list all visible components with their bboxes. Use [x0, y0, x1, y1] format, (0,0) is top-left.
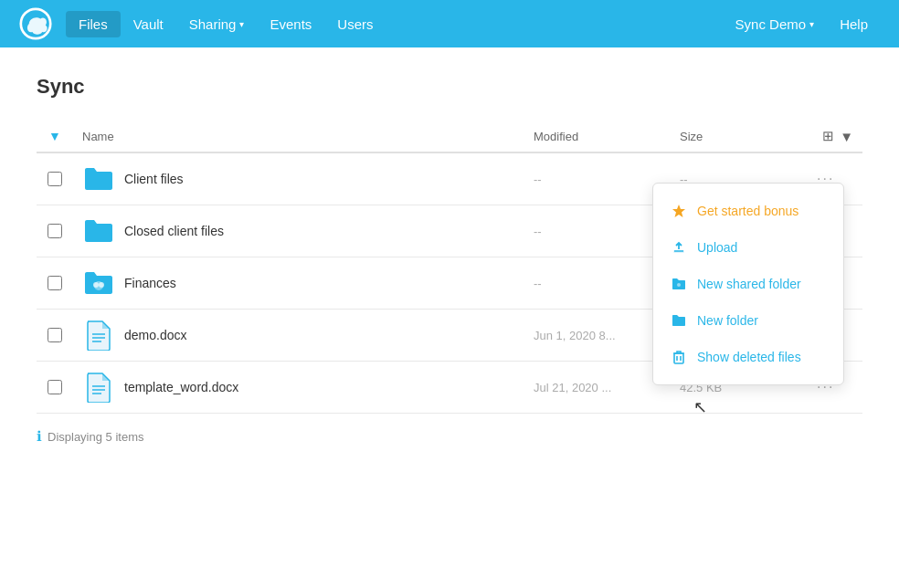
file-name-text: Finances: [124, 276, 176, 290]
status-bar: ℹ Displaying 5 items: [37, 428, 862, 445]
new-folder-icon: [670, 311, 688, 330]
row-checkbox-cell: [37, 362, 73, 414]
row-checkbox-cell: [37, 310, 73, 362]
filter-icon[interactable]: ▼: [840, 129, 853, 144]
row-checkbox-cell: [37, 257, 73, 310]
shared-folder-icon: [82, 267, 115, 299]
row-name-cell: Closed client files: [73, 205, 524, 257]
file-name-text: template_word.docx: [124, 380, 238, 394]
dropdown-item-trash-icon[interactable]: Show deleted files: [653, 339, 843, 375]
page-title: Sync: [37, 75, 862, 99]
row-name-link[interactable]: Client files: [82, 163, 515, 195]
row-modified: Jun 1, 2020 8...: [524, 310, 671, 362]
star-icon: [670, 202, 688, 220]
row-checkbox[interactable]: [48, 224, 62, 238]
nav-files[interactable]: Files: [66, 11, 121, 37]
row-name-link[interactable]: Finances: [82, 267, 515, 299]
th-shared: [762, 121, 808, 152]
upload-icon: [670, 238, 688, 257]
table-header-row: ▼ Name Modified Size ⊞: [37, 121, 862, 152]
row-checkbox[interactable]: [48, 380, 62, 394]
svg-point-2: [93, 282, 99, 288]
row-modified: --: [524, 205, 671, 257]
dropdown-item-upload-icon[interactable]: Upload: [653, 229, 843, 266]
th-check: ▼: [37, 121, 73, 152]
row-modified: --: [524, 257, 671, 310]
main-content: Sync ▼ Name Modified Size: [0, 47, 899, 472]
nav-users[interactable]: Users: [324, 11, 386, 37]
row-checkbox[interactable]: [48, 172, 62, 186]
dropdown-item-star-icon[interactable]: Get started bonus: [653, 193, 843, 229]
info-icon: ℹ: [37, 428, 42, 445]
sort-arrow-icon: ▼: [48, 129, 61, 143]
svg-point-3: [99, 282, 104, 288]
user-menu[interactable]: Sync Demo ▾: [726, 11, 824, 37]
new-shared-folder-icon: [670, 275, 688, 293]
row-modified: --: [524, 152, 671, 205]
sharing-chevron-icon: ▾: [239, 19, 244, 29]
nav-sharing[interactable]: Sharing ▾: [176, 11, 258, 37]
row-name-link[interactable]: demo.docx: [82, 319, 515, 352]
user-chevron-icon: ▾: [809, 19, 814, 29]
logo[interactable]: [18, 6, 53, 41]
row-checkbox[interactable]: [48, 276, 62, 290]
th-modified: Modified: [524, 121, 671, 152]
trash-icon: [670, 348, 688, 366]
th-tools: ⊞ ▼: [808, 121, 862, 152]
docx-icon: [82, 319, 115, 352]
th-name[interactable]: Name: [73, 121, 524, 152]
row-name-link[interactable]: Closed client files: [82, 215, 515, 247]
help-link[interactable]: Help: [827, 11, 881, 37]
row-name-cell: template_word.docx: [73, 362, 524, 414]
navbar: Files Vault Sharing ▾ Events Users Sync …: [0, 0, 899, 47]
docx-icon: [82, 371, 115, 404]
row-name-link[interactable]: template_word.docx: [82, 371, 515, 404]
file-name-text: demo.docx: [124, 328, 186, 342]
row-modified: Jul 21, 2020 ...: [524, 362, 671, 414]
grid-view-icon[interactable]: ⊞: [822, 128, 834, 144]
row-checkbox[interactable]: [48, 328, 62, 342]
row-name-cell: Finances: [73, 257, 524, 310]
row-name-cell: Client files: [73, 152, 524, 205]
svg-marker-12: [672, 205, 685, 217]
folder-icon: [82, 163, 115, 195]
row-name-cell: demo.docx: [73, 310, 524, 362]
th-size: Size: [671, 121, 762, 152]
folder-icon: [82, 215, 115, 247]
row-checkbox-cell: [37, 152, 73, 205]
nav-events[interactable]: Events: [257, 11, 324, 37]
svg-rect-13: [673, 250, 684, 253]
svg-rect-15: [674, 353, 683, 363]
nav-vault[interactable]: Vault: [121, 11, 176, 37]
file-name-text: Client files: [124, 172, 184, 186]
row-checkbox-cell: [37, 205, 73, 257]
navbar-right: Sync Demo ▾ Help: [726, 11, 881, 37]
file-name-text: Closed client files: [124, 224, 224, 238]
svg-point-14: [677, 283, 681, 287]
dropdown-menu: Get started bonus Upload New shared fold…: [652, 183, 844, 385]
dropdown-item-new-shared-folder-icon[interactable]: New shared folder: [653, 266, 843, 302]
dropdown-item-new-folder-icon[interactable]: New folder: [653, 302, 843, 339]
